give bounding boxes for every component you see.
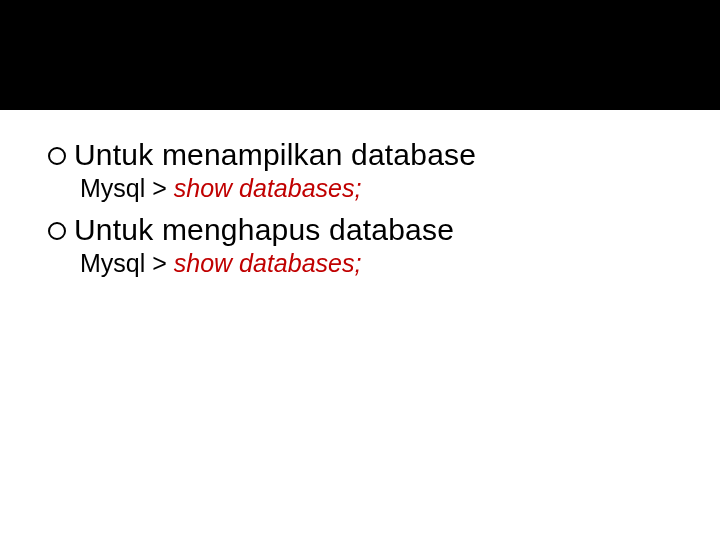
code-line-2: Mysql > show databases; — [80, 249, 672, 278]
bullet-text-1: Untuk menampilkan database — [74, 138, 476, 172]
list-item: Untuk menampilkan database — [48, 138, 672, 172]
list-item: Untuk menghapus database — [48, 213, 672, 247]
slide-title-bar — [0, 0, 720, 110]
prompt-text-2: Mysql > — [80, 249, 174, 278]
prompt-text-1: Mysql > — [80, 174, 174, 203]
bullet-circle-icon — [48, 222, 66, 240]
command-text-1: show databases; — [174, 174, 362, 203]
code-line-1: Mysql > show databases; — [80, 174, 672, 203]
command-text-2: show databases; — [174, 249, 362, 278]
bullet-text-2: Untuk menghapus database — [74, 213, 454, 247]
bullet-circle-icon — [48, 147, 66, 165]
slide-content: Untuk menampilkan database Mysql > show … — [0, 110, 720, 278]
